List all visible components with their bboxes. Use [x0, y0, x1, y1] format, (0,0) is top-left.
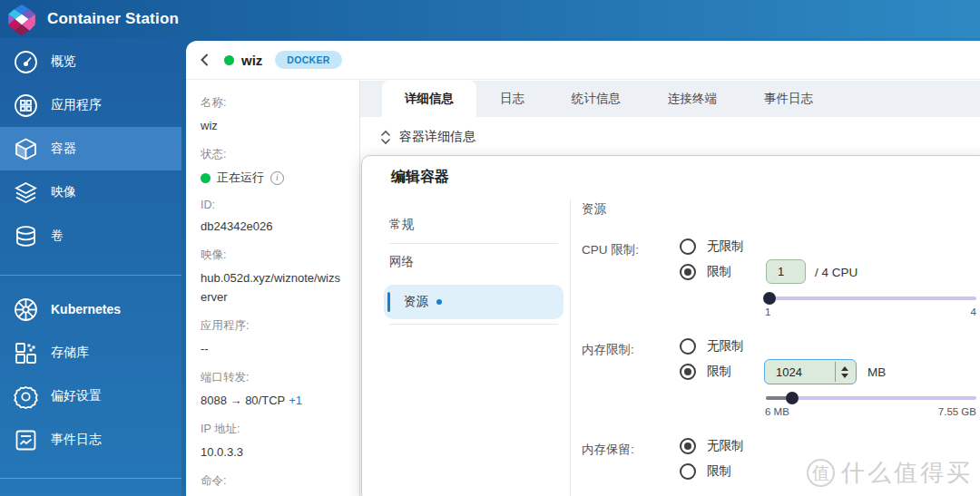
modal-nav-general[interactable]: 常规 — [384, 207, 564, 243]
event-log-icon — [14, 428, 38, 452]
sidebar-item-overview[interactable]: 概览 — [0, 40, 181, 83]
status-value-row: 正在运行 i — [201, 169, 347, 187]
info-icon[interactable]: i — [270, 171, 284, 185]
memory-limited-option[interactable]: 限制 — [680, 364, 731, 380]
tab-terminal[interactable]: 连接终端 — [644, 81, 740, 117]
layers-icon — [14, 180, 38, 205]
id-label: ID: — [201, 199, 347, 211]
watermark-text: 什么值得买 — [841, 457, 973, 489]
ports-more-link[interactable]: +1 — [289, 394, 302, 407]
gauge-icon — [14, 50, 38, 74]
status-value: 正在运行 — [217, 169, 264, 187]
container-station-logo-icon — [5, 4, 38, 36]
ip-value: 10.0.3.3 — [201, 443, 347, 462]
tab-event-logs[interactable]: 事件日志 — [740, 81, 837, 117]
cpu-unlimited-option[interactable]: 无限制 — [680, 238, 744, 255]
application-value: -- — [201, 340, 347, 358]
sidebar: 概览 应用程序 容器 映像 卷 — [0, 38, 181, 496]
image-value: hub.052d.xyz/wiznote/wizserver — [201, 269, 347, 306]
radio-unselected-icon[interactable] — [680, 463, 696, 480]
edit-container-modal: 编辑容器 常规 网络 资源 资源 CPU 限制: — [361, 155, 980, 496]
sidebar-item-event-logs[interactable]: 事件日志 — [0, 418, 181, 462]
ports-value: 8088 → 80/TCP — [201, 394, 285, 407]
main-panel: wiz DOCKER 名称: wiz 状态: 正在运行 i ID: db2434… — [186, 41, 980, 496]
radio-selected-icon[interactable] — [680, 264, 696, 280]
image-label: 映像: — [201, 248, 347, 263]
top-bar: Container Station — [0, 0, 980, 38]
modal-nav-resources[interactable]: 资源 — [384, 285, 564, 319]
container-header: wiz DOCKER — [186, 41, 980, 80]
memory-limit-slider[interactable] — [766, 396, 976, 400]
sidebar-divider — [0, 478, 181, 479]
cpu-limit-label: CPU 限制: — [582, 242, 639, 258]
application-label: 应用程序: — [201, 318, 347, 334]
sidebar-item-images[interactable]: 映像 — [0, 170, 181, 214]
slider-thumb[interactable] — [786, 392, 799, 404]
memory-unlimited-option[interactable]: 无限制 — [680, 338, 744, 355]
stepper-icon[interactable] — [835, 362, 854, 382]
tab-details[interactable]: 详细信息 — [382, 81, 476, 117]
memory-limit-label: 内存限制: — [582, 342, 634, 358]
modal-nav-network[interactable]: 网络 — [384, 244, 564, 280]
cpu-max-tick: 4 — [940, 306, 976, 317]
divider — [570, 199, 571, 496]
ports-label: 端口转发: — [201, 370, 347, 385]
container-cube-icon — [14, 137, 38, 161]
watermark-circle: 值 — [807, 459, 835, 487]
apps-grid-icon — [14, 93, 38, 118]
ip-label: IP 地址: — [201, 422, 347, 437]
running-dot — [201, 173, 211, 183]
status-dot — [224, 55, 234, 65]
sidebar-item-preferences[interactable]: 偏好设置 — [0, 374, 181, 418]
container-name: wiz — [241, 53, 262, 68]
resources-heading: 资源 — [582, 201, 606, 218]
back-chevron-icon[interactable] — [197, 52, 213, 68]
sidebar-item-applications[interactable]: 应用程序 — [0, 83, 181, 127]
tab-statistics[interactable]: 统计信息 — [548, 81, 644, 117]
slider-thumb[interactable] — [763, 292, 776, 305]
cpu-limit-input[interactable] — [766, 259, 806, 284]
cpu-limit-slider[interactable] — [766, 297, 976, 300]
modal-nav: 常规 网络 资源 — [384, 207, 564, 325]
active-indicator-bar — [387, 292, 390, 312]
sidebar-item-containers[interactable]: 容器 — [0, 127, 181, 170]
smzdm-watermark: 值 什么值得买 — [807, 457, 973, 489]
collapse-expand-icon[interactable] — [380, 130, 391, 145]
sidebar-divider — [0, 275, 181, 276]
id-value: db24342e026 — [201, 218, 347, 236]
name-value: wiz — [201, 117, 347, 135]
memory-unit: MB — [867, 365, 886, 379]
reservation-limited-option[interactable]: 限制 — [680, 463, 731, 480]
gear-icon — [14, 384, 38, 409]
tab-logs[interactable]: 日志 — [476, 81, 548, 117]
step-down-icon[interactable] — [841, 374, 848, 378]
section-title: 容器详细信息 — [399, 129, 475, 145]
memory-reservation-label: 内存保留: — [582, 442, 634, 458]
kubernetes-helm-icon — [14, 297, 38, 322]
sidebar-item-registries[interactable]: 存储库 — [0, 331, 181, 374]
cpu-limited-option[interactable]: 限制 — [680, 264, 731, 280]
divider — [389, 324, 558, 325]
tab-bar: 详细信息 日志 统计信息 连接终端 事件日志 — [360, 81, 980, 117]
modal-title: 编辑容器 — [391, 168, 449, 187]
radio-unselected-icon[interactable] — [680, 238, 696, 255]
cpu-min-tick: 1 — [765, 306, 770, 317]
command-label: 命令: — [201, 473, 347, 489]
sidebar-item-kubernetes[interactable]: Kubernetes — [0, 287, 181, 331]
volume-database-icon — [14, 224, 38, 248]
reservation-unlimited-option[interactable]: 无限制 — [680, 438, 744, 454]
app-title: Container Station — [47, 10, 179, 28]
radio-selected-icon[interactable] — [680, 438, 696, 454]
ports-value-row: 8088 → 80/TCP+1 — [201, 392, 347, 410]
memory-max-tick: 7.55 GB — [922, 406, 976, 417]
cpu-suffix: / 4 CPU — [815, 266, 858, 279]
step-up-icon[interactable] — [841, 366, 848, 371]
radio-selected-icon[interactable] — [680, 364, 696, 380]
container-content: 详细信息 日志 统计信息 连接终端 事件日志 容器详细信息 编辑容器 常规 网络 — [360, 81, 980, 496]
container-details-panel: 名称: wiz 状态: 正在运行 i ID: db24342e026 映像: h… — [186, 81, 360, 496]
radio-unselected-icon[interactable] — [680, 338, 696, 355]
sidebar-item-volumes[interactable]: 卷 — [0, 214, 181, 258]
status-label: 状态: — [201, 147, 347, 162]
name-label: 名称: — [201, 95, 347, 111]
section-header: 容器详细信息 — [360, 117, 980, 145]
